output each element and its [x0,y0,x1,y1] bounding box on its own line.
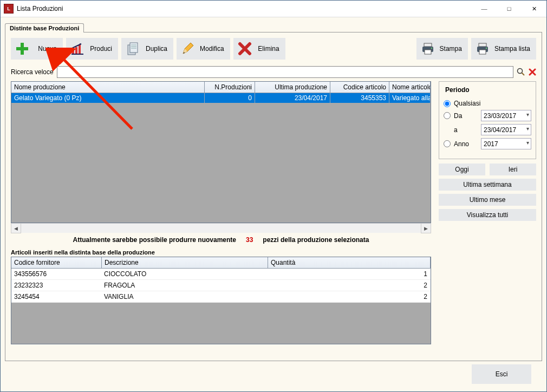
ieri-button[interactable]: Ieri [490,164,536,175]
svg-point-13 [431,48,432,49]
col-codice-fornitore[interactable]: Codice fornitore [11,257,102,269]
oggi-button[interactable]: Oggi [439,164,485,175]
detail-title: Articoli inseriti nella distinta base de… [11,249,431,256]
grid-header: Nome produzione N.Produzioni Ultima prod… [11,82,431,93]
document-stack-icon [125,41,140,56]
radio-da[interactable] [444,112,451,119]
bom-row[interactable]: 3245454 VANIGLIA 2 [11,291,431,303]
search-label: Ricerca veloce [11,68,54,76]
periodo-groupbox: Periodo Qualsiasi Da 23/03/2017 a [439,81,536,159]
maximize-button[interactable]: □ [497,1,522,17]
radio-anno[interactable] [444,140,451,147]
label-a: a [454,126,478,134]
magnifier-icon[interactable] [517,68,525,76]
date-to-select[interactable]: 23/04/2017 [481,124,531,135]
toolbar: Nuova Produci Duplica [11,38,536,60]
close-button[interactable]: ✕ [522,1,546,17]
radio-qualsiasi[interactable] [444,100,451,107]
visualizza-tutti-button[interactable]: Visualizza tutti [439,209,536,221]
esci-button[interactable]: Esci [472,364,531,384]
label-da: Da [454,112,478,120]
delete-x-icon [237,41,252,56]
duplica-button[interactable]: Duplica [121,38,173,60]
year-select[interactable]: 2017 [481,138,531,149]
tab-distinte-base[interactable]: Distinte base Produzioni [5,23,84,32]
elimina-button[interactable]: Elimina [233,38,285,60]
label-anno: Anno [454,140,478,148]
col-codice-articolo[interactable]: Codice articolo [330,82,389,93]
modifica-button[interactable]: Modifica [177,38,230,60]
chart-icon [70,41,85,56]
svg-rect-6 [130,43,138,53]
search-row: Ricerca veloce [11,66,536,78]
bom-grid[interactable]: Codice fornitore Descrizione Quantità 34… [11,257,431,344]
pencil-icon [180,41,196,56]
svg-rect-2 [72,49,74,54]
productions-grid[interactable]: Nome produzione N.Produzioni Ultima prod… [11,81,431,223]
app-icon: L [4,4,14,14]
col-n-produzioni[interactable]: N.Produzioni [205,82,255,93]
svg-rect-3 [75,47,77,54]
printer-icon [420,41,435,56]
svg-rect-4 [79,45,81,54]
date-from-select[interactable]: 23/03/2017 [481,110,531,121]
search-input[interactable] [57,66,513,78]
col-quantita[interactable]: Quantità [268,257,431,269]
footer: Esci [5,361,542,387]
stampa-lista-button[interactable]: Stampa lista [471,38,536,60]
plus-icon [15,41,30,56]
col-ultima-produzione[interactable]: Ultima produzione [255,82,330,93]
svg-rect-14 [479,43,486,47]
ultima-settimana-button[interactable]: Ultima settimana [439,179,536,191]
titlebar: L Lista Produzioni — □ ✕ [1,1,546,17]
svg-rect-1 [16,47,28,50]
grid-row[interactable]: Gelato Variegato (0 Pz) 0 23/04/2017 345… [11,93,431,103]
grid-h-scrollbar[interactable]: ◀ ▶ [11,223,431,233]
bom-row[interactable]: 343556576 CIOCCOLATO 1 [11,269,431,280]
minimize-button[interactable]: — [472,1,497,17]
col-descrizione[interactable]: Descrizione [102,257,268,269]
svg-line-19 [522,73,525,76]
main-panel: Nuova Produci Duplica [5,32,542,361]
periodo-title: Periodo [444,86,471,94]
svg-rect-12 [425,50,431,54]
scroll-right-button[interactable]: ▶ [421,223,431,233]
svg-point-18 [518,69,523,74]
svg-rect-16 [479,50,486,54]
col-nome-articolo[interactable]: Nome articolo prodotto [389,82,431,93]
produci-button[interactable]: Produci [66,38,118,60]
window-title: Lista Produzioni [17,5,63,12]
bom-row[interactable]: 23232323 FRAGOLA 2 [11,280,431,291]
scroll-left-button[interactable]: ◀ [11,223,21,233]
printer-icon [475,41,490,56]
stampa-button[interactable]: Stampa [416,38,468,60]
app-window: L Lista Produzioni — □ ✕ Distinte base P… [0,0,547,392]
production-capacity-message: Attualmente sarebbe possibile produrre n… [11,236,431,244]
nuova-button[interactable]: Nuova [11,38,63,60]
ultimo-mese-button[interactable]: Ultimo mese [439,194,536,206]
col-nome-produzione[interactable]: Nome produzione [11,82,205,93]
label-qualsiasi: Qualsiasi [454,100,480,107]
svg-point-17 [486,48,487,49]
svg-rect-10 [424,43,432,47]
clear-search-icon[interactable] [529,68,536,76]
